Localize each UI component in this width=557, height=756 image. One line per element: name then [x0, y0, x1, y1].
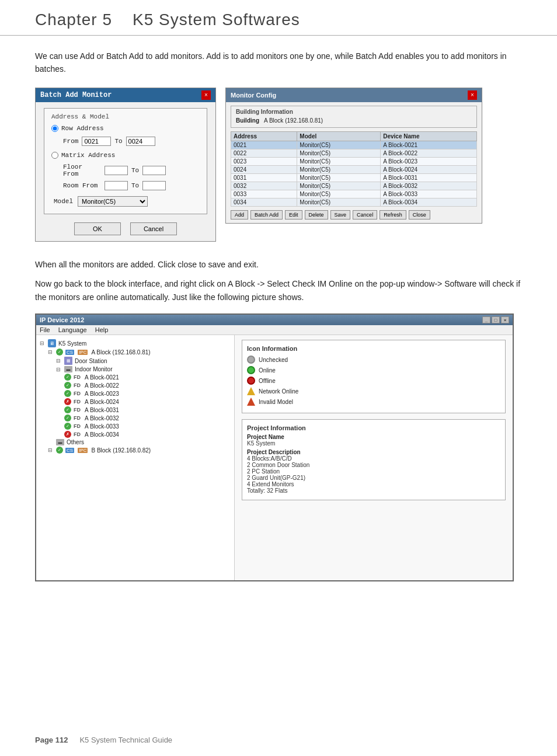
matrix-address-radio[interactable]: [51, 152, 58, 159]
block-a-expand-icon: ⊟: [48, 349, 53, 355]
list-item[interactable]: ✓ FD A Block-0021: [63, 373, 232, 381]
table-cell-model: Monitor(C5): [297, 190, 381, 198]
tree-door-station[interactable]: ⊟ ▦ Door Station: [55, 356, 232, 365]
list-item[interactable]: ✓ FD A Block-0023: [63, 389, 232, 398]
table-cell-address: 0021: [231, 141, 297, 149]
fd-badge-0024: FD: [74, 399, 81, 405]
address-model-group: Address & Model Row Address From To Matr…: [44, 108, 207, 214]
col-device-name: Device Name: [381, 131, 477, 141]
refresh-button[interactable]: Refresh: [380, 210, 406, 220]
cancel-button[interactable]: Cancel: [353, 210, 377, 220]
table-cell-device: A Block-0022: [381, 149, 477, 157]
list-item[interactable]: ✓ FD A Block-0022: [63, 381, 232, 389]
table-row[interactable]: 0034Monitor(C5)A Block-0034: [231, 198, 477, 206]
project-desc-line: 2 Guard Unit(GP-G21): [247, 475, 500, 481]
list-item[interactable]: ✗ FD A Block-0034: [63, 430, 232, 438]
model-select[interactable]: Monitor(C5) Monitor(C3): [78, 196, 148, 207]
room-from-input[interactable]: [105, 181, 128, 190]
add-button[interactable]: Add: [231, 210, 248, 220]
minimize-button[interactable]: _: [482, 316, 490, 323]
batch-add-button[interactable]: Batch Add: [250, 210, 283, 220]
tree-block-a[interactable]: ⊟ ✓ CS IPC A Block (192.168.0.81): [47, 348, 232, 356]
model-label: Model: [54, 198, 73, 205]
tree-indoor-monitor[interactable]: ⊟ ▬ Indoor Monitor: [55, 365, 232, 373]
floor-to-input[interactable]: [142, 166, 166, 175]
tree-block-b[interactable]: ⊟ ✓ CS IPC B Block (192.168.0.82): [47, 446, 232, 454]
menu-language[interactable]: Language: [58, 326, 87, 333]
project-desc-line: 4 Blocks:A/B/C/D: [247, 455, 500, 462]
monitor-0023-label: A Block-0023: [85, 391, 119, 397]
table-row[interactable]: 0022Monitor(C5)A Block-0022: [231, 149, 477, 157]
monitor-0024-label: A Block-0024: [85, 399, 119, 405]
row-address-label: Row Address: [61, 125, 104, 132]
page-number: Page 112: [35, 736, 68, 744]
table-row[interactable]: 0021Monitor(C5)A Block-0021: [231, 141, 477, 149]
table-row[interactable]: 0024Monitor(C5)A Block-0024: [231, 165, 477, 173]
list-item[interactable]: ✓ FD A Block-0032: [63, 414, 232, 422]
room-to-input[interactable]: [142, 181, 166, 190]
maximize-button[interactable]: □: [492, 316, 500, 323]
close-window-button[interactable]: ×: [501, 316, 509, 323]
invalid-icon: [247, 398, 255, 406]
edit-button[interactable]: Edit: [285, 210, 302, 220]
room-to-static: To: [131, 182, 139, 189]
project-name-label: Project Name: [247, 434, 500, 440]
monitor-0021-status: ✓: [64, 374, 71, 381]
body-paragraph-2: Now go back to the block interface, and …: [35, 277, 522, 304]
cs-badge-b: CS: [65, 448, 74, 453]
cancel-button[interactable]: Cancel: [130, 222, 177, 235]
delete-button[interactable]: Delete: [305, 210, 328, 220]
table-cell-model: Monitor(C5): [297, 182, 381, 190]
table-cell-address: 0023: [231, 157, 297, 165]
door-station-expand: ⊟: [56, 358, 61, 364]
project-desc-line: 4 Extend Monitors: [247, 481, 500, 487]
building-label: Building: [236, 117, 259, 124]
block-b-label: B Block (192.168.0.82): [91, 447, 151, 454]
list-item[interactable]: ✓ FD A Block-0031: [63, 406, 232, 414]
table-row[interactable]: 0032Monitor(C5)A Block-0032: [231, 182, 477, 190]
row-address-radio[interactable]: [51, 125, 58, 132]
room-from-row: Room From To: [63, 181, 200, 190]
menu-file[interactable]: File: [40, 326, 50, 333]
network-label: Network Online: [259, 388, 298, 395]
monitor-0031-status: ✓: [64, 406, 71, 413]
fd-badge-0031: FD: [74, 407, 81, 413]
tree-others[interactable]: ▬ Others: [55, 438, 232, 446]
offline-label: Offline: [259, 378, 276, 384]
table-row[interactable]: 0033Monitor(C5)A Block-0033: [231, 190, 477, 198]
project-desc-value: 4 Blocks:A/B/C/D2 Common Door Station2 P…: [247, 455, 500, 494]
room-from-label: Room From: [63, 182, 101, 189]
list-item[interactable]: ✗ FD A Block-0024: [63, 398, 232, 406]
ip-menubar: File Language Help: [36, 325, 513, 335]
tree-root[interactable]: ⊟ 🖥 K5 System: [39, 339, 232, 348]
table-cell-device: A Block-0023: [381, 157, 477, 165]
block-b-status-icon: ✓: [56, 447, 63, 454]
pc-icon: 🖥: [48, 339, 56, 347]
ok-button[interactable]: OK: [74, 222, 121, 235]
model-row: Model Monitor(C5) Monitor(C3): [54, 196, 200, 207]
batch-add-dialog: Batch Add Monitor × Address & Model Row …: [35, 88, 216, 242]
table-cell-device: A Block-0034: [381, 198, 477, 206]
monitor-icon: ▬: [64, 366, 72, 372]
to-input[interactable]: [126, 137, 155, 146]
batch-add-body: Address & Model Row Address From To Matr…: [36, 102, 215, 241]
floor-from-input[interactable]: [105, 166, 128, 175]
monitor-config-close-button[interactable]: ×: [468, 90, 477, 100]
batch-add-titlebar: Batch Add Monitor ×: [36, 88, 215, 102]
page-header: Chapter 5 K5 System Softwares: [0, 0, 557, 36]
monitor-config-titlebar: Monitor Config ×: [226, 88, 482, 102]
list-item[interactable]: ✓ FD A Block-0033: [63, 422, 232, 430]
floor-to-static: To: [131, 167, 139, 174]
batch-add-close-button[interactable]: ×: [201, 90, 211, 100]
fd-badge-0021: FD: [74, 374, 81, 380]
monitor-0024-status: ✗: [64, 398, 71, 405]
from-input[interactable]: [82, 137, 111, 146]
save-button[interactable]: Save: [330, 210, 351, 220]
table-row[interactable]: 0023Monitor(C5)A Block-0023: [231, 157, 477, 165]
table-row[interactable]: 0031Monitor(C5)A Block-0031: [231, 173, 477, 182]
network-icon: [247, 387, 255, 395]
mc-buttons-row: AddBatch AddEditDeleteSaveCancelRefreshC…: [231, 210, 477, 220]
menu-help[interactable]: Help: [95, 326, 109, 333]
close-button[interactable]: Close: [409, 210, 430, 220]
table-cell-device: A Block-0032: [381, 182, 477, 190]
